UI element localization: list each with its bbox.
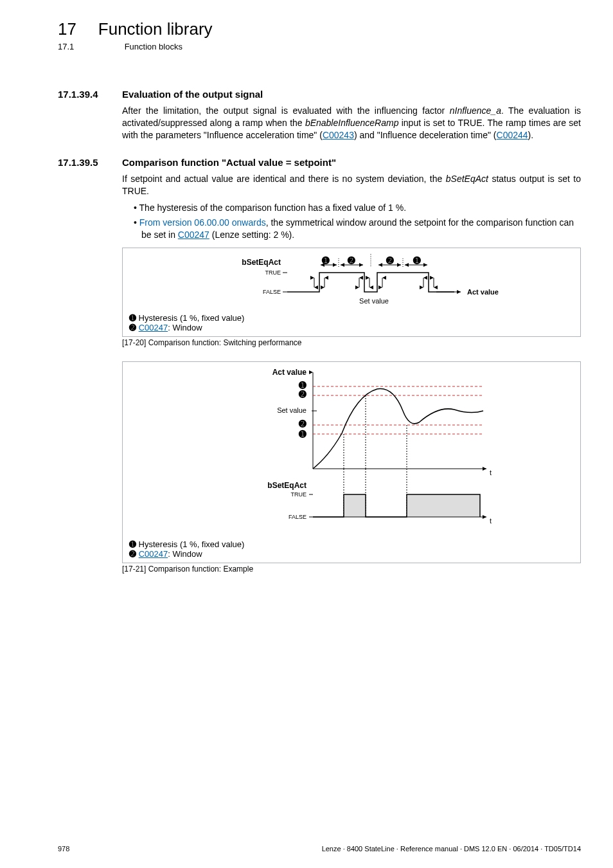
fig1-legend1: Hysteresis (1 %, fixed value) (136, 313, 244, 323)
link-c00244[interactable]: C00244 (497, 130, 528, 140)
link-c00243[interactable]: C00243 (323, 130, 354, 140)
version-note: From version 06.00.00 onwards (139, 217, 266, 228)
fig1-signal-label: bSetEqAct (242, 258, 281, 267)
link-c00247[interactable]: C00247 (178, 230, 209, 240)
fig2-ylabel: Act value (272, 368, 307, 377)
svg-text:➋: ➋ (298, 419, 306, 429)
link-c00247-fig1[interactable]: C00247 (139, 323, 168, 332)
figure-17-20-caption: [17-20] Comparison function: Switching p… (122, 338, 581, 347)
page-footer: 978 Lenze · 8400 StateLine · Reference m… (58, 845, 581, 853)
svg-text:➋: ➋ (347, 255, 355, 266)
divider-dashes: _ _ _ _ _ _ _ _ _ _ _ _ _ _ _ _ _ _ _ _ … (58, 63, 581, 73)
page-header: 17 Function library (58, 19, 581, 39)
link-c00247-fig2[interactable]: C00247 (139, 549, 168, 559)
fig1-legend: ➊ Hysteresis (1 %, fixed value) ➋ C00247… (129, 313, 574, 332)
text: ). (528, 130, 534, 140)
chapter-number: 17 (58, 19, 76, 39)
list-item: From version 06.00.00 onwards, the symme… (134, 217, 581, 241)
figure-17-21-box: Act value t ➊ ➋ Set value ➋ ➊ bSetEqAct … (122, 361, 581, 563)
svg-text:➋: ➋ (298, 389, 306, 399)
fig2-tlabel-bottom: t (490, 517, 492, 525)
fig2-legend1: Hysteresis (1 %, fixed value) (136, 539, 244, 549)
fig1-xaxis-mid: Set value (359, 297, 389, 305)
footer-info: Lenze · 8400 StateLine · Reference manua… (322, 845, 581, 853)
svg-text:➊: ➊ (321, 255, 330, 266)
svg-text:➋: ➋ (386, 255, 394, 266)
text: After the limitation, the output signal … (122, 105, 450, 116)
svg-text:➊: ➊ (413, 255, 421, 266)
text: The hysteresis of the comparison functio… (139, 203, 407, 213)
fig2-setvalue-label: Set value (277, 406, 306, 414)
subsection-title-a: Evaluation of the output signal (122, 89, 263, 100)
fig2-true-label: TRUE (291, 491, 307, 498)
fig2-caption-text: Comparison function: Example (146, 565, 253, 574)
fig2-caption-tag: [17-21] (122, 565, 146, 574)
figure-17-21-caption: [17-21] Comparison function: Example (122, 565, 581, 574)
figure-17-21-svg: Act value t ➊ ➋ Set value ➋ ➊ bSetEqAct … (184, 366, 519, 539)
svg-rect-40 (344, 494, 366, 517)
fig2-legend: ➊ Hysteresis (1 %, fixed value) ➋ C00247… (129, 539, 574, 559)
fig1-false-label: FALSE (263, 289, 281, 295)
fig2-false-label: FALSE (289, 514, 306, 520)
chapter-title: Function library (98, 19, 213, 39)
figure-17-20-box: bSetEqAct TRUE FALSE ➊ ➋ ➋ ➊ Set valu (122, 248, 581, 337)
section-title: Function blocks (125, 42, 182, 51)
var-bseteqact: bSetEqAct (446, 174, 488, 184)
text: (Lenze setting: 2 %). (209, 230, 294, 240)
var-ninfluence: nInfluence_a (450, 105, 501, 116)
subsection-number-a: 17.1.39.4 (58, 89, 122, 100)
fig1-legend2-post: : Window (168, 323, 202, 332)
section-number: 17.1 (58, 42, 122, 51)
bullet-list-b: The hysteresis of the comparison functio… (134, 202, 581, 241)
text: If setpoint and actual value are identic… (122, 174, 446, 184)
page-number: 978 (58, 845, 69, 853)
fig1-caption-tag: [17-20] (122, 338, 146, 347)
figure-17-20-svg: bSetEqAct TRUE FALSE ➊ ➋ ➋ ➊ Set valu (184, 252, 519, 313)
paragraph-a1: After the limitation, the output signal … (122, 105, 581, 141)
subsection-title-b: Comparison function "Actual value = setp… (122, 157, 336, 168)
svg-text:➊: ➊ (298, 429, 306, 439)
svg-rect-41 (407, 494, 480, 517)
text: ) and "Influence deceleration time" ( (354, 130, 497, 140)
fig1-xaxis-right: Act value (467, 288, 499, 296)
paragraph-b1: If setpoint and actual value are identic… (122, 173, 581, 197)
var-benableinfluenceramp: bEnableInfluenceRamp (305, 118, 399, 128)
fig2-legend2-post: : Window (168, 549, 202, 559)
subsection-heading-b: 17.1.39.5 Comparison function "Actual va… (58, 157, 581, 168)
page-subheader: 17.1 Function blocks (58, 42, 581, 51)
fig1-caption-text: Comparison function: Switching performan… (146, 338, 301, 347)
list-item: The hysteresis of the comparison functio… (134, 202, 581, 214)
subsection-number-b: 17.1.39.5 (58, 157, 122, 168)
fig2-tlabel-top: t (490, 469, 492, 476)
subsection-heading-a: 17.1.39.4 Evaluation of the output signa… (58, 89, 581, 100)
fig1-true-label: TRUE (265, 269, 281, 276)
fig2-signal-label: bSetEqAct (267, 481, 306, 490)
